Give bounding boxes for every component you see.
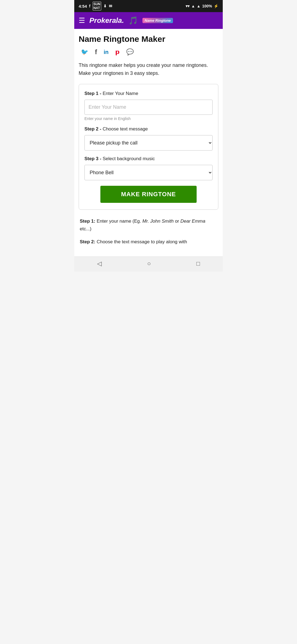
page-description: This ringtone maker helps you create you… — [79, 61, 218, 77]
whatsapp-share-button[interactable]: 💬 — [126, 48, 134, 56]
social-share-row: 🐦 f in 𝗽 💬 — [79, 48, 218, 56]
twitter-share-button[interactable]: 🐦 — [81, 48, 88, 56]
page-title: Name Ringtone Maker — [79, 34, 218, 44]
status-left: 4:54 f SUNNAT ⬇ ✉ — [79, 2, 112, 10]
instruction-step2: Step 2: Choose the text message to play … — [80, 238, 217, 246]
whatsapp-icon: 💬 — [126, 48, 134, 55]
step3-bold: Step 3 - — [84, 156, 101, 161]
pinterest-share-button[interactable]: 𝗽 — [115, 48, 120, 56]
background-music-select[interactable]: Phone Bell Piano Guitar Flute Violin — [84, 165, 213, 180]
name-input-hint: Enter your name in English — [84, 116, 213, 121]
instruction-step1-end: etc...) — [80, 226, 92, 231]
sun-nat-icon: SUNNAT — [93, 2, 101, 10]
instruction-step1-bold: Step 1: — [80, 219, 95, 224]
mail-icon: ✉ — [109, 4, 112, 8]
instruction-step1-italic2: Dear Emma — [180, 219, 205, 224]
instruction-step2-bold: Step 2: — [80, 239, 95, 244]
recents-button[interactable]: □ — [196, 260, 200, 267]
status-right: ▾▾ ▲ ▲ 100% ⚡ — [186, 4, 218, 8]
navbar: ☰ Prokerala. 🎵 Name Ringtone — [74, 12, 223, 29]
step1-text: Enter Your Name — [103, 91, 138, 96]
logo-text: Prokerala. — [89, 16, 124, 25]
make-ringtone-button[interactable]: MAKE RINGTONE — [100, 186, 197, 203]
instruction-step1: Step 1: Enter your name (Eg. Mr. John Sm… — [80, 217, 217, 233]
fb-icon: f — [89, 4, 90, 8]
step1-bold: Step 1 - — [84, 91, 101, 96]
instruction-step2-text: Choose the text message to play along wi… — [95, 239, 187, 244]
back-button[interactable]: ◁ — [97, 260, 102, 267]
step2-bold: Step 2 - — [84, 126, 101, 132]
wifi-icon: ▾▾ — [186, 4, 189, 8]
instructions-section: Step 1: Enter your name (Eg. Mr. John Sm… — [79, 217, 218, 246]
main-content: Name Ringtone Maker 🐦 f in 𝗽 💬 This ring… — [74, 29, 223, 256]
twitter-icon: 🐦 — [81, 48, 88, 55]
facebook-share-button[interactable]: f — [95, 48, 97, 56]
bottom-nav-bar: ◁ ○ □ — [74, 256, 223, 272]
signal2-icon: ▲ — [197, 4, 200, 8]
download-icon: ⬇ — [103, 4, 107, 8]
logo-badge: Name Ringtone — [142, 18, 173, 23]
step2-text: Choose text message — [103, 126, 148, 132]
instruction-or: or — [174, 219, 180, 224]
step3-text: Select background music — [103, 156, 155, 161]
step1-label: Step 1 - Enter Your Name — [84, 91, 213, 96]
name-input[interactable] — [84, 100, 213, 115]
signal1-icon: ▲ — [191, 4, 195, 8]
step3-label: Step 3 - Select background music — [84, 156, 213, 162]
text-message-select[interactable]: Please pickup the call Your call is bein… — [84, 135, 213, 151]
status-time: 4:54 — [79, 4, 87, 9]
battery-icon: ⚡ — [214, 4, 218, 8]
hamburger-menu[interactable]: ☰ — [79, 16, 85, 25]
linkedin-share-button[interactable]: in — [104, 49, 109, 55]
ringtone-form-card: Step 1 - Enter Your Name Enter your name… — [79, 84, 218, 210]
pinterest-icon: 𝗽 — [115, 48, 120, 55]
home-button[interactable]: ○ — [147, 260, 151, 267]
instruction-step1-italic1: Mr. John Smith — [142, 219, 174, 224]
step2-label: Step 2 - Choose text message — [84, 126, 213, 132]
linkedin-icon: in — [104, 49, 109, 55]
status-bar: 4:54 f SUNNAT ⬇ ✉ ▾▾ ▲ ▲ 100% ⚡ — [74, 0, 223, 12]
battery-text: 100% — [202, 4, 212, 8]
instruction-step1-text: Enter your name (Eg. — [95, 219, 142, 224]
facebook-icon: f — [95, 48, 97, 56]
music-note-icon: 🎵 — [128, 16, 138, 25]
